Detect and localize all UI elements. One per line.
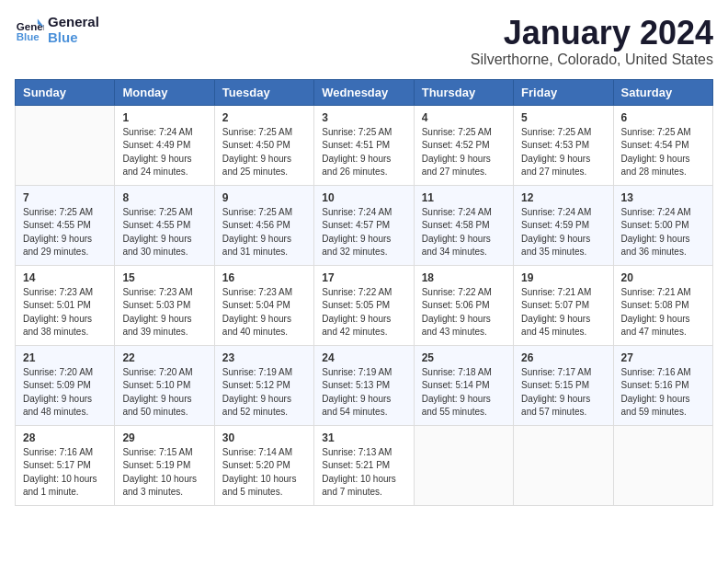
calendar-table: SundayMondayTuesdayWednesdayThursdayFrid… — [15, 79, 713, 506]
day-number: 11 — [422, 191, 506, 204]
day-number: 14 — [23, 271, 107, 284]
day-cell: 15 Sunrise: 7:23 AMSunset: 5:03 PMDaylig… — [115, 265, 214, 345]
day-details: Sunrise: 7:17 AMSunset: 5:15 PMDaylight:… — [521, 366, 605, 419]
day-details: Sunrise: 7:21 AMSunset: 5:08 PMDaylight:… — [621, 286, 705, 339]
day-cell: 23 Sunrise: 7:19 AMSunset: 5:12 PMDaylig… — [214, 345, 313, 425]
calendar-subtitle: Silverthorne, Colorado, United States — [471, 52, 713, 68]
day-cell: 28 Sunrise: 7:16 AMSunset: 5:17 PMDaylig… — [16, 425, 115, 505]
weekday-header-row: SundayMondayTuesdayWednesdayThursdayFrid… — [16, 79, 713, 105]
day-cell: 19 Sunrise: 7:21 AMSunset: 5:07 PMDaylig… — [514, 265, 613, 345]
day-number: 4 — [422, 111, 506, 124]
day-cell: 5 Sunrise: 7:25 AMSunset: 4:53 PMDayligh… — [514, 105, 613, 185]
day-cell: 13 Sunrise: 7:24 AMSunset: 5:00 PMDaylig… — [613, 185, 712, 265]
day-cell: 9 Sunrise: 7:25 AMSunset: 4:56 PMDayligh… — [214, 185, 313, 265]
day-number: 5 — [521, 111, 605, 124]
day-number: 1 — [122, 111, 206, 124]
day-number: 21 — [23, 351, 107, 364]
weekday-header-wednesday: Wednesday — [314, 79, 414, 105]
day-details: Sunrise: 7:24 AMSunset: 4:59 PMDaylight:… — [521, 206, 605, 259]
day-cell: 16 Sunrise: 7:23 AMSunset: 5:04 PMDaylig… — [214, 265, 313, 345]
day-number: 28 — [23, 431, 107, 444]
day-number: 18 — [422, 271, 506, 284]
weekday-header-friday: Friday — [514, 79, 613, 105]
day-details: Sunrise: 7:16 AMSunset: 5:17 PMDaylight:… — [23, 446, 107, 500]
day-number: 25 — [422, 351, 506, 364]
day-cell: 10 Sunrise: 7:24 AMSunset: 4:57 PMDaylig… — [314, 185, 414, 265]
week-row-2: 7 Sunrise: 7:25 AMSunset: 4:55 PMDayligh… — [16, 185, 713, 265]
weekday-header-thursday: Thursday — [414, 79, 513, 105]
day-details: Sunrise: 7:20 AMSunset: 5:09 PMDaylight:… — [23, 366, 107, 419]
day-cell: 27 Sunrise: 7:16 AMSunset: 5:16 PMDaylig… — [613, 345, 712, 425]
day-details: Sunrise: 7:24 AMSunset: 4:58 PMDaylight:… — [422, 206, 506, 259]
day-details: Sunrise: 7:18 AMSunset: 5:14 PMDaylight:… — [422, 366, 506, 419]
day-number: 15 — [122, 271, 206, 284]
day-details: Sunrise: 7:23 AMSunset: 5:03 PMDaylight:… — [122, 286, 206, 339]
day-details: Sunrise: 7:24 AMSunset: 4:57 PMDaylight:… — [322, 206, 405, 259]
day-cell: 1 Sunrise: 7:24 AMSunset: 4:49 PMDayligh… — [115, 105, 214, 185]
day-cell: 30 Sunrise: 7:14 AMSunset: 5:20 PMDaylig… — [214, 425, 313, 505]
day-number: 16 — [222, 271, 306, 284]
day-number: 17 — [322, 271, 405, 284]
day-number: 2 — [222, 111, 306, 124]
day-details: Sunrise: 7:23 AMSunset: 5:01 PMDaylight:… — [23, 286, 107, 339]
day-cell: 18 Sunrise: 7:22 AMSunset: 5:06 PMDaylig… — [414, 265, 513, 345]
day-cell: 24 Sunrise: 7:19 AMSunset: 5:13 PMDaylig… — [314, 345, 414, 425]
weekday-header-tuesday: Tuesday — [214, 79, 313, 105]
day-number: 7 — [23, 191, 107, 204]
title-section: January 2024 Silverthorne, Colorado, Uni… — [471, 15, 713, 68]
logo-text-general: General — [48, 15, 99, 30]
day-details: Sunrise: 7:16 AMSunset: 5:16 PMDaylight:… — [621, 366, 705, 419]
day-cell: 22 Sunrise: 7:20 AMSunset: 5:10 PMDaylig… — [115, 345, 214, 425]
day-details: Sunrise: 7:22 AMSunset: 5:05 PMDaylight:… — [322, 286, 405, 339]
day-cell: 11 Sunrise: 7:24 AMSunset: 4:58 PMDaylig… — [414, 185, 513, 265]
day-details: Sunrise: 7:20 AMSunset: 5:10 PMDaylight:… — [122, 366, 206, 419]
logo: General Blue General Blue — [15, 15, 99, 45]
day-details: Sunrise: 7:25 AMSunset: 4:51 PMDaylight:… — [322, 126, 405, 179]
day-details: Sunrise: 7:24 AMSunset: 4:49 PMDaylight:… — [122, 126, 206, 179]
weekday-header-sunday: Sunday — [16, 79, 115, 105]
day-number: 23 — [222, 351, 306, 364]
day-cell: 20 Sunrise: 7:21 AMSunset: 5:08 PMDaylig… — [613, 265, 712, 345]
day-cell: 6 Sunrise: 7:25 AMSunset: 4:54 PMDayligh… — [613, 105, 712, 185]
calendar-title: January 2024 — [471, 15, 713, 52]
day-cell — [514, 425, 613, 505]
day-cell: 26 Sunrise: 7:17 AMSunset: 5:15 PMDaylig… — [514, 345, 613, 425]
day-cell: 2 Sunrise: 7:25 AMSunset: 4:50 PMDayligh… — [214, 105, 313, 185]
week-row-5: 28 Sunrise: 7:16 AMSunset: 5:17 PMDaylig… — [16, 425, 713, 505]
day-number: 3 — [322, 111, 405, 124]
day-cell: 29 Sunrise: 7:15 AMSunset: 5:19 PMDaylig… — [115, 425, 214, 505]
day-number: 6 — [621, 111, 705, 124]
day-number: 27 — [621, 351, 705, 364]
day-details: Sunrise: 7:23 AMSunset: 5:04 PMDaylight:… — [222, 286, 306, 339]
day-number: 24 — [322, 351, 405, 364]
day-cell — [613, 425, 712, 505]
day-cell: 12 Sunrise: 7:24 AMSunset: 4:59 PMDaylig… — [514, 185, 613, 265]
day-details: Sunrise: 7:14 AMSunset: 5:20 PMDaylight:… — [222, 446, 306, 500]
day-number: 26 — [521, 351, 605, 364]
day-cell: 8 Sunrise: 7:25 AMSunset: 4:55 PMDayligh… — [115, 185, 214, 265]
day-cell: 25 Sunrise: 7:18 AMSunset: 5:14 PMDaylig… — [414, 345, 513, 425]
week-row-1: 1 Sunrise: 7:24 AMSunset: 4:49 PMDayligh… — [16, 105, 713, 185]
day-cell: 31 Sunrise: 7:13 AMSunset: 5:21 PMDaylig… — [314, 425, 414, 505]
day-cell: 14 Sunrise: 7:23 AMSunset: 5:01 PMDaylig… — [16, 265, 115, 345]
day-cell: 21 Sunrise: 7:20 AMSunset: 5:09 PMDaylig… — [16, 345, 115, 425]
day-number: 12 — [521, 191, 605, 204]
day-details: Sunrise: 7:21 AMSunset: 5:07 PMDaylight:… — [521, 286, 605, 339]
logo-text-blue: Blue — [48, 30, 99, 46]
day-number: 22 — [122, 351, 206, 364]
day-number: 10 — [322, 191, 405, 204]
day-details: Sunrise: 7:25 AMSunset: 4:50 PMDaylight:… — [222, 126, 306, 179]
day-number: 13 — [621, 191, 705, 204]
day-cell: 3 Sunrise: 7:25 AMSunset: 4:51 PMDayligh… — [314, 105, 414, 185]
day-details: Sunrise: 7:19 AMSunset: 5:12 PMDaylight:… — [222, 366, 306, 419]
day-details: Sunrise: 7:22 AMSunset: 5:06 PMDaylight:… — [422, 286, 506, 339]
week-row-4: 21 Sunrise: 7:20 AMSunset: 5:09 PMDaylig… — [16, 345, 713, 425]
day-number: 19 — [521, 271, 605, 284]
day-number: 20 — [621, 271, 705, 284]
day-cell — [414, 425, 513, 505]
day-number: 29 — [122, 431, 206, 444]
day-details: Sunrise: 7:19 AMSunset: 5:13 PMDaylight:… — [322, 366, 405, 419]
day-details: Sunrise: 7:13 AMSunset: 5:21 PMDaylight:… — [322, 446, 405, 500]
day-number: 9 — [222, 191, 306, 204]
week-row-3: 14 Sunrise: 7:23 AMSunset: 5:01 PMDaylig… — [16, 265, 713, 345]
